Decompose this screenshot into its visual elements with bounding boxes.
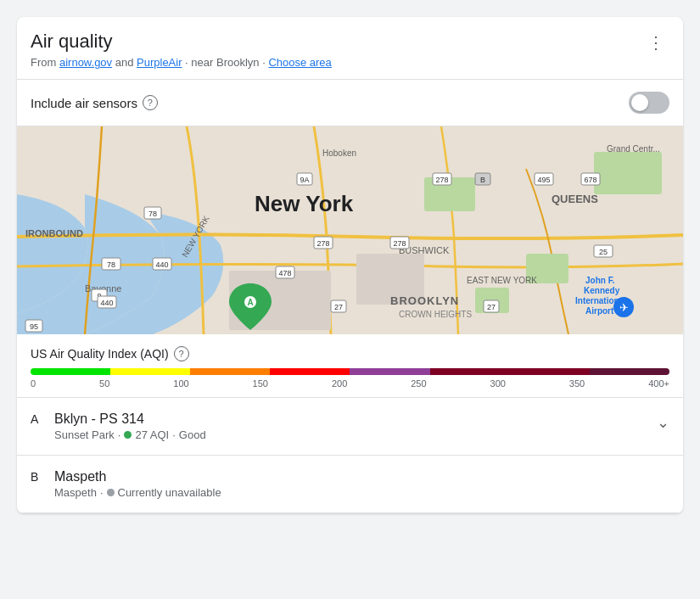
svg-text:New York: New York [255,191,354,216]
svg-text:95: 95 [30,322,38,331]
svg-text:Kennedy: Kennedy [584,286,620,295]
svg-rect-2 [594,152,662,194]
subtitle-and: and [112,56,137,69]
svg-text:440: 440 [100,299,113,307]
station-name-b: Maspeth [54,469,669,484]
aqi-bar [31,368,669,375]
choose-area-link[interactable]: Choose area [268,56,331,69]
aqi-help-icon[interactable]: ? [174,346,189,361]
subtitle-location: · near Brooklyn · [182,56,269,69]
svg-text:Grand Centr...: Grand Centr... [607,144,660,154]
separator-a2: · [172,428,176,441]
svg-text:27: 27 [334,303,343,311]
station-location-a: Sunset Park [54,428,115,441]
more-options-button[interactable]: ⋮ [642,31,669,54]
aqi-label-50: 50 [99,378,109,389]
aqi-label-150: 150 [253,378,268,389]
svg-text:278: 278 [393,239,406,248]
svg-text:A: A [247,298,253,307]
purpleair-link[interactable]: PurpleAir [137,56,182,69]
toggle-thumb [631,94,648,111]
aqi-label-300: 300 [490,378,506,389]
svg-text:IRONBOUND: IRONBOUND [25,228,83,238]
toggle-track [629,92,669,114]
station-info-a: Bklyn - PS 314 Sunset Park · 27 AQI · Go… [54,411,657,441]
aqi-labels: 0 50 100 150 200 250 300 350 400+ [31,378,669,389]
station-meta-a: Sunset Park · 27 AQI · Good [54,428,657,441]
svg-text:✈: ✈ [619,301,629,314]
separator-a: · [118,428,121,441]
station-location-b: Maspeth [54,486,97,499]
sensors-help-icon[interactable]: ? [143,95,158,110]
aqi-label-200: 200 [332,378,347,389]
header-left: Air quality From airnow.gov and PurpleAi… [31,31,332,69]
station-row-b[interactable]: B Maspeth Maspeth · Currently unavailabl… [17,456,683,513]
station-name-a: Bklyn - PS 314 [54,411,657,427]
subtitle: From airnow.gov and PurpleAir · near Bro… [31,56,332,69]
station-aqi-a: 27 AQI [135,428,169,441]
svg-text:CROWN HEIGHTS: CROWN HEIGHTS [399,310,472,319]
svg-text:478: 478 [278,269,291,277]
station-letter-b: B [31,470,54,484]
svg-text:440: 440 [155,260,168,269]
map-svg: New York BROOKLYN CROWN HEIGHTS Bayonne … [17,126,683,334]
aqi-title: US Air Quality Index (AQI) ? [31,346,669,361]
more-icon: ⋮ [647,33,664,52]
svg-text:678: 678 [584,176,596,184]
sensors-toggle[interactable] [629,92,669,114]
station-info-b: Maspeth Maspeth · Currently unavailable [54,469,669,499]
svg-text:Airport: Airport [585,306,614,316]
status-dot-b [107,489,115,496]
svg-text:278: 278 [435,176,448,184]
svg-text:EAST NEW YORK: EAST NEW YORK [467,276,537,285]
svg-text:27: 27 [487,303,496,311]
aqi-label-250: 250 [411,378,426,389]
aqi-label-0: 0 [31,378,36,389]
subtitle-prefix: From [31,56,59,69]
aqi-title-text: US Air Quality Index (AQI) [31,347,169,361]
sensors-row: Include air sensors ? [17,80,683,126]
airnow-link[interactable]: airnow.gov [59,56,112,69]
aqi-label-400: 400+ [648,378,669,389]
svg-text:25: 25 [599,248,608,256]
sensors-text: Include air sensors [31,96,137,110]
svg-text:9A: 9A [300,176,309,184]
svg-text:John F.: John F. [585,276,615,285]
svg-text:278: 278 [316,239,329,248]
header: Air quality From airnow.gov and PurpleAi… [17,17,683,80]
svg-text:78: 78 [148,210,157,218]
map-container[interactable]: New York BROOKLYN CROWN HEIGHTS Bayonne … [17,126,683,334]
station-letter-a: A [31,412,54,426]
svg-text:78: 78 [107,260,115,269]
aqi-label-100: 100 [173,378,188,389]
expand-icon-a[interactable]: ⌄ [657,413,669,432]
svg-text:Hoboken: Hoboken [322,148,356,158]
sensors-label: Include air sensors ? [31,95,158,110]
aqi-section: US Air Quality Index (AQI) ? 0 50 100 15… [17,334,683,398]
station-status-a: Good [179,428,206,441]
aqi-label-350: 350 [569,378,585,389]
status-dot-a [124,431,132,439]
station-status-b: Currently unavailable [118,486,221,499]
svg-text:B: B [480,176,485,184]
svg-text:BROOKLYN: BROOKLYN [390,294,459,307]
svg-text:495: 495 [537,176,550,184]
station-meta-b: Maspeth · Currently unavailable [54,486,669,499]
aqi-bar-container [31,368,669,375]
separator-b: · [100,486,104,499]
station-row-a[interactable]: A Bklyn - PS 314 Sunset Park · 27 AQI · … [17,398,683,456]
header-row: Air quality From airnow.gov and PurpleAi… [31,31,669,69]
air-quality-card: Air quality From airnow.gov and PurpleAi… [17,17,683,513]
page-title: Air quality [31,31,332,53]
svg-text:QUEENS: QUEENS [552,193,598,205]
